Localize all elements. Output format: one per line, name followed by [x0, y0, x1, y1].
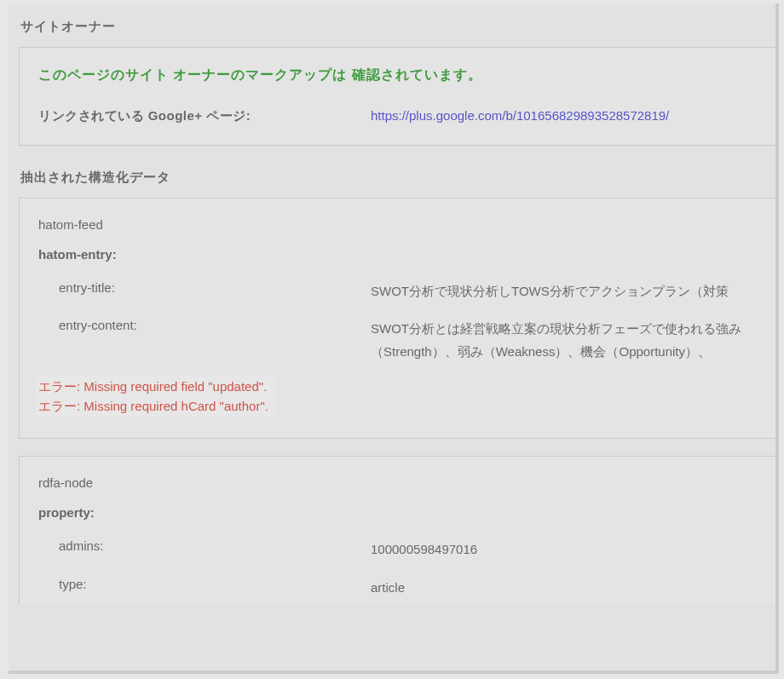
site-owner-heading: サイトオーナー: [20, 19, 775, 35]
ownership-verified-text: このページのサイト オーナーのマークアップは 確認されています。: [38, 66, 772, 84]
linked-google-plus-link[interactable]: https://plus.google.com/b/10165682989352…: [371, 108, 669, 123]
hatom-feed-card: hatom-feed hatom-entry: entry-title: SWO…: [19, 198, 775, 439]
admins-key: admins:: [38, 538, 371, 553]
error-missing-updated: エラー: Missing required field "updated".: [38, 377, 268, 396]
admins-value: 100000598497016: [371, 538, 772, 561]
linked-google-plus-label: リンクされている Google+ ページ:: [38, 108, 371, 124]
structured-data-heading: 抽出された構造化データ: [20, 170, 775, 186]
rdfa-node-card: rdfa-node property: admins: 100000598497…: [19, 456, 775, 604]
property-label: property:: [38, 505, 772, 520]
error-missing-author: エラー: Missing required hCard "author".: [38, 396, 268, 416]
site-owner-card: このページのサイト オーナーのマークアップは 確認されています。 リンクされてい…: [19, 47, 775, 146]
error-box: エラー: Missing required field "updated". エ…: [35, 375, 275, 418]
entry-title-value: SWOT分析で現状分析しTOWS分析でアクションプラン（対策: [371, 280, 772, 302]
hatom-feed-title: hatom-feed: [38, 217, 772, 232]
rdfa-node-title: rdfa-node: [38, 475, 772, 490]
results-panel: サイトオーナー このページのサイト オーナーのマークアップは 確認されています。…: [9, 3, 779, 674]
type-value: article: [371, 577, 772, 599]
entry-content-value: SWOT分析とは経営戦略立案の現状分析フェーズで使われる強み（Strength）…: [371, 318, 772, 363]
entry-title-key: entry-title:: [38, 280, 371, 295]
hatom-entry-label: hatom-entry:: [38, 247, 772, 262]
entry-content-key: entry-content:: [38, 318, 371, 332]
type-key: type:: [38, 577, 371, 591]
